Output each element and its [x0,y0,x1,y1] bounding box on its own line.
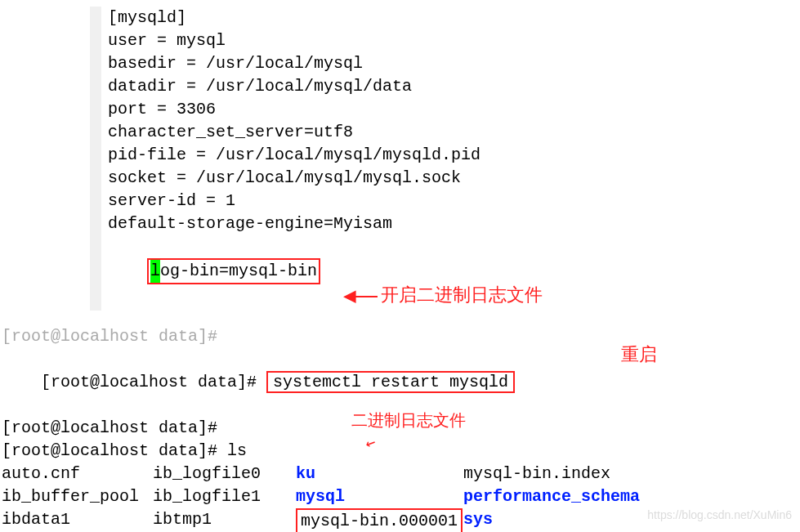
config-line: [mysqld] [108,7,800,29]
config-line: socket = /usr/local/mysql/mysql.sock [108,167,800,190]
config-file-view: [mysqld] user = mysql basedir = /usr/loc… [0,0,800,307]
highlighted-text: og-bin=mysql-bin [160,262,317,280]
terminal-view: [root@localhost data]# [root@localhost d… [0,319,800,532]
annotation-binlog-file: 二进制日志文件 [351,410,466,433]
config-line: server-id = 1 [108,190,800,212]
ls-item: mysql-bin.index [463,463,800,485]
prompt: [root@localhost data]# [2,418,227,437]
config-line: character_set_server=utf8 [108,121,800,144]
annotation-text: 开启二进制日志文件 [381,284,543,310]
cursor-char: l [150,260,160,283]
command-box: systemctl restart mysqld [266,371,515,393]
ls-item: auto.cnf [2,463,153,485]
ls-item-dir: mysql [296,485,463,508]
ls-item: ib_buffer_pool [2,485,153,508]
ls-item: ibdata1 [2,508,153,532]
command-text: ls [227,441,247,460]
config-line: datadir = /usr/local/mysql/data [108,75,800,98]
prompt: [root@localhost data]# [41,373,266,391]
ls-item: ib_logfile1 [153,485,296,508]
ls-item: ib_logfile0 [153,463,296,485]
watermark-text: https://blog.csdn.net/XuMin6 [647,507,792,524]
terminal-line[interactable]: [root@localhost data]# systemctl restart… [2,348,800,417]
ls-item-dir: performance_schema [463,485,800,508]
arrow-line [355,296,378,297]
editor-gutter [90,7,101,311]
terminal-line-cut: [root@localhost data]# [2,325,800,348]
prompt: [root@localhost data]# [2,441,227,460]
highlight-box: log-bin=mysql-bin [147,258,320,284]
config-line: pid-file = /usr/local/mysql/mysqld.pid [108,144,800,167]
ls-item: ibtmp1 [153,508,296,532]
ls-item-dir: ku [296,463,463,485]
config-line: basedir = /usr/local/mysql [108,52,800,75]
annotation-enable-binlog: ◀ 开启二进制日志文件 [343,282,543,311]
config-line: user = mysql [108,29,800,52]
config-line: default-storage-engine=Myisam [108,212,800,235]
ls-item-boxed: mysql-bin.000001 [296,508,463,532]
terminal-line[interactable]: [root@localhost data]# ls [2,440,800,463]
config-line: port = 3306 [108,98,800,121]
annotation-restart: 重启 [621,344,657,369]
highlight-box: mysql-bin.000001 [296,508,463,532]
